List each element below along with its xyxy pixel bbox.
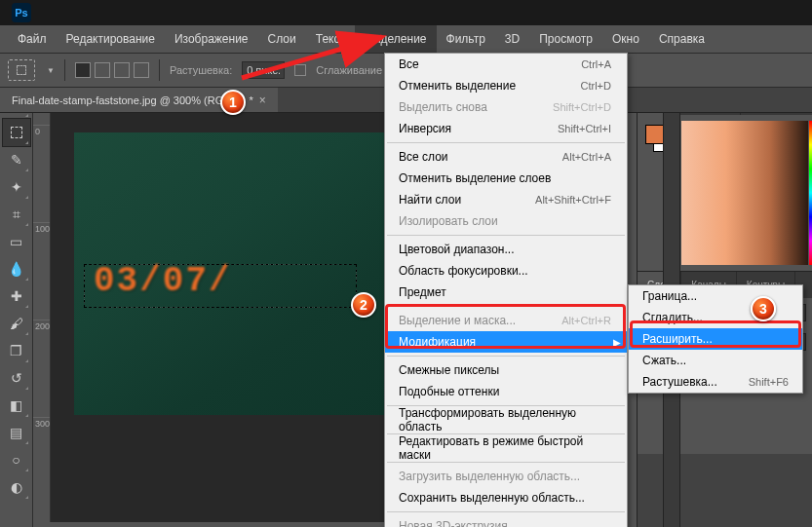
menu-item[interactable]: ИнверсияShift+Ctrl+I <box>385 118 627 139</box>
heal-tool[interactable]: ✚ <box>3 282 30 310</box>
menu-item[interactable]: Модификация▶ <box>385 331 627 353</box>
divider <box>64 59 65 81</box>
menu-file[interactable]: Файл <box>8 25 57 53</box>
antialias-checkbox[interactable] <box>294 64 306 76</box>
menu-item[interactable]: Сохранить выделенную область... <box>385 487 627 508</box>
menubar: Файл Редактирование Изображение Слои Тек… <box>0 25 812 53</box>
menu-item[interactable]: ВсеCtrl+A <box>385 54 627 75</box>
menu-window[interactable]: Окно <box>602 25 649 53</box>
menu-item[interactable]: Найти слоиAlt+Shift+Ctrl+F <box>385 189 627 210</box>
crop-tool[interactable]: ⌗ <box>3 201 30 228</box>
ruler-tick: 100 <box>33 222 50 234</box>
stamp-tool[interactable]: ❐ <box>3 337 30 364</box>
divider <box>159 59 160 81</box>
callout-1: 1 <box>220 90 246 115</box>
app-logo: Ps <box>12 3 31 22</box>
menu-3d[interactable]: 3D <box>495 25 529 53</box>
menu-item[interactable]: Все слоиAlt+Ctrl+A <box>385 146 627 168</box>
menu-help[interactable]: Справка <box>649 25 715 53</box>
ruler-vertical: 0 100 200 300 <box>33 105 51 522</box>
sel-intersect-icon[interactable] <box>134 62 149 78</box>
menu-item[interactable]: Смежные пикселы <box>385 359 627 381</box>
menu-item[interactable]: Подобные оттенки <box>385 381 627 402</box>
tool-preset-picker[interactable] <box>8 59 35 81</box>
callout-2: 2 <box>351 292 376 318</box>
menu-select[interactable]: Выделение <box>355 25 437 53</box>
tools-panel: ✥ ✎ ✦ ⌗ ▭ 💧 ✚ 🖌 ❐ ↺ ◧ ▤ ○ ◐ <box>0 88 33 527</box>
eyedropper-tool[interactable]: 💧 <box>3 255 30 282</box>
menu-image[interactable]: Изображение <box>165 25 258 53</box>
menu-item[interactable]: Отменить выделениеCtrl+D <box>385 75 627 96</box>
feather-input[interactable] <box>242 61 285 79</box>
ruler-tick: 200 <box>33 320 50 331</box>
modify-submenu: Граница...Сгладить...Расширить...Сжать..… <box>628 284 803 394</box>
sel-add-icon[interactable] <box>95 62 110 78</box>
menu-item[interactable]: Редактировать в режиме быстрой маски <box>385 437 627 459</box>
callout-3: 3 <box>751 296 776 321</box>
menu-layers[interactable]: Слои <box>258 25 306 53</box>
menu-item[interactable]: Область фокусировки... <box>385 260 627 282</box>
marquee-tool[interactable] <box>3 119 30 146</box>
menu-item: Выделение и маска...Alt+Ctrl+R <box>385 310 627 331</box>
window-titlebar: Ps <box>0 0 812 25</box>
close-icon[interactable]: × <box>259 94 266 107</box>
menu-item[interactable]: Отменить выделение слоев <box>385 168 627 189</box>
document-dirty-indicator: * <box>249 94 252 106</box>
menu-item[interactable]: Трансформировать выделенную область <box>385 409 627 431</box>
menu-item: Загрузить выделенную область... <box>385 466 627 487</box>
antialias-label: Сглаживание <box>316 64 382 76</box>
blur-tool[interactable]: ○ <box>3 446 30 473</box>
selection-mode-group <box>75 62 149 78</box>
menu-view[interactable]: Просмотр <box>529 25 602 53</box>
canvas-area: 0 100 200 300 0 100 200 300 03/07/ <box>33 113 384 522</box>
submenu-item[interactable]: Расширить... <box>629 328 802 350</box>
dodge-tool[interactable]: ◐ <box>3 473 30 501</box>
wand-tool[interactable]: ✦ <box>3 173 30 201</box>
menu-edit[interactable]: Редактирование <box>57 25 165 53</box>
ruler-tick: 300 <box>33 417 50 429</box>
fg-color-swatch[interactable] <box>645 125 665 144</box>
menu-item[interactable]: Цветовой диапазон... <box>385 239 627 260</box>
ruler-tick: 0 <box>33 125 50 136</box>
history-brush-tool[interactable]: ↺ <box>3 364 30 392</box>
submenu-item[interactable]: Граница... <box>629 285 802 307</box>
submenu-item[interactable]: Сжать... <box>629 350 802 371</box>
sel-sub-icon[interactable] <box>114 62 130 78</box>
marquee-selection <box>84 264 357 308</box>
eraser-tool[interactable]: ◧ <box>3 392 30 419</box>
feather-label: Растушевка: <box>170 64 232 76</box>
menu-item: Выделить сноваShift+Ctrl+D <box>385 96 627 118</box>
brush-tool[interactable]: 🖌 <box>3 310 30 337</box>
document-title: Final-date-stamp-faststone.jpg @ 300% (R… <box>12 94 243 106</box>
menu-item: Изолировать слои <box>385 210 627 232</box>
chevron-down-icon: ▼ <box>47 66 55 75</box>
gradient-tool[interactable]: ▤ <box>3 419 30 446</box>
select-menu-dropdown: ВсеCtrl+AОтменить выделениеCtrl+DВыделит… <box>384 53 628 527</box>
menu-type[interactable]: Текст <box>306 25 355 53</box>
lasso-tool[interactable]: ✎ <box>3 146 30 173</box>
menu-item: Новая 3D-экструзия <box>385 515 627 527</box>
frame-tool[interactable]: ▭ <box>3 228 30 255</box>
sel-new-icon[interactable] <box>75 62 91 78</box>
submenu-item[interactable]: Сгладить... <box>629 307 802 328</box>
menu-item[interactable]: Предмет <box>385 282 627 303</box>
color-field[interactable] <box>681 121 808 265</box>
submenu-item[interactable]: Растушевка...Shift+F6 <box>629 371 802 393</box>
menu-filter[interactable]: Фильтр <box>437 25 495 53</box>
